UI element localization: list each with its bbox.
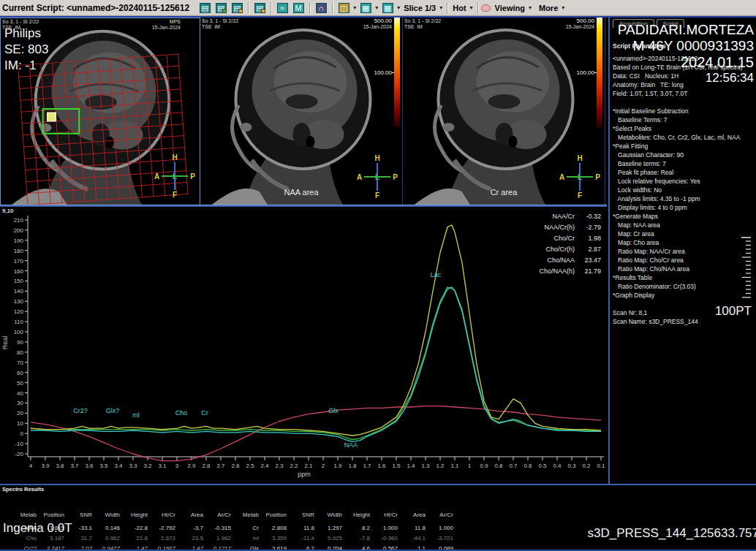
- stack-layout-icon[interactable]: ◫: [336, 1, 351, 15]
- svg-text:190: 190: [14, 238, 24, 244]
- naa-map-panel[interactable]: So 3, 1 - Sl 2/22 TSE iM 500.00 15-Jan-2…: [200, 18, 403, 205]
- more-dropdown-arrow-icon[interactable]: ▾: [562, 4, 564, 11]
- ratio-row: Cho/NAA23.47: [539, 255, 601, 266]
- map-layout-icon[interactable]: ▦: [358, 1, 373, 15]
- scout-image-panel[interactable]: So 3, 1 - Sl 2/22 TSE iM MPS 15-Jan-2024…: [0, 18, 200, 205]
- orientation-a: A: [154, 172, 159, 180]
- svg-text:2.6: 2.6: [231, 463, 240, 469]
- svg-text:2.8: 2.8: [202, 463, 211, 469]
- peak-label-cr: Cr: [201, 409, 208, 417]
- column-header: SNR: [287, 510, 314, 520]
- table-cell: -3.7: [175, 523, 203, 533]
- svg-text:1.8: 1.8: [348, 463, 357, 469]
- script-edit-icon-badge: [238, 9, 243, 13]
- toolbar-separator: [447, 2, 447, 14]
- svg-text:0.2: 0.2: [582, 463, 591, 469]
- svg-text:1.2: 1.2: [436, 463, 445, 469]
- stack-layout-icon-dropdown-arrow[interactable]: ▾: [353, 4, 356, 11]
- param-line: Analysis limits: 4.35 to -1 ppm: [613, 194, 743, 203]
- slice-dropdown-arrow-icon[interactable]: ▾: [439, 4, 442, 11]
- map-m-icon[interactable]: M: [291, 1, 306, 15]
- series-fit: [31, 225, 601, 436]
- svg-text:1: 1: [468, 463, 472, 469]
- more-menu[interactable]: More: [539, 4, 558, 12]
- colorbar-max-label: 500.00: [577, 18, 594, 24]
- scan-date-label: 15-Jan-2024: [152, 25, 181, 30]
- colormap-select[interactable]: Hot: [453, 4, 466, 12]
- colorbar-max-label: 500.00: [374, 18, 392, 24]
- orientation-h: H: [374, 154, 379, 162]
- grid-layout-icon-dropdown-arrow[interactable]: ▾: [397, 4, 400, 11]
- column-header: Width: [92, 510, 120, 520]
- svg-text:30: 30: [17, 400, 23, 406]
- map-layout-icon-dropdown-arrow[interactable]: ▾: [375, 4, 378, 11]
- svg-text:1.7: 1.7: [363, 463, 371, 469]
- ratio-value: 1.98: [575, 233, 601, 244]
- csi-wave-icon: ≈: [277, 3, 288, 13]
- training-cap-icon[interactable]: ∩: [314, 1, 328, 15]
- svg-text:0.9: 0.9: [480, 463, 488, 469]
- svg-text:2.5: 2.5: [246, 463, 254, 469]
- table-cell: -0.960: [370, 533, 398, 544]
- exam-time: 12:56:34: [618, 70, 754, 86]
- csi-wave-icon[interactable]: ≈: [275, 1, 290, 15]
- patient-info-overlay: PADIDARI.MORTEZA M 46Y 0000931393 2024.0…: [618, 22, 754, 86]
- svg-text:210: 210: [14, 217, 24, 224]
- param-line: Gaussian Character: 90: [613, 151, 743, 159]
- y-axis-label: Real: [1, 336, 9, 350]
- voxel-coordinates-label: 9,10: [2, 208, 14, 214]
- column-header: Width: [314, 510, 342, 520]
- svg-text:3.1: 3.1: [158, 463, 167, 469]
- spectrum-plot-panel[interactable]: 9,10 NAA/Cr-0.32NAA/Cr(h)-2.79Cho/Cr1.98…: [0, 205, 607, 482]
- table-cell: 1.000: [370, 523, 398, 533]
- series-info-label: So 3, 1 - Sl 2/22: [404, 18, 441, 24]
- svg-text:80: 80: [17, 349, 23, 356]
- viewing-dropdown-arrow-icon[interactable]: ▾: [529, 4, 532, 11]
- script-edit-icon[interactable]: ▤: [230, 1, 244, 15]
- svg-text:0: 0: [20, 430, 24, 437]
- colorbar-mid-label: 100.00: [577, 69, 594, 76]
- table-cell: 3.619: [259, 544, 287, 551]
- ratio-label: Cho/NAA: [547, 255, 575, 266]
- metabolite-ratio-list: NAA/Cr-0.32NAA/Cr(h)-2.79Cho/Cr1.98Cho/C…: [539, 211, 601, 277]
- table-cell: 1.982: [203, 533, 231, 544]
- column-header: Ar/Cr: [426, 510, 453, 520]
- series-components: [31, 287, 601, 440]
- svg-text:150: 150: [14, 278, 24, 284]
- table-cell: 1.47: [175, 544, 203, 551]
- param-line: Lock widths: No: [613, 186, 743, 194]
- viewing-menu[interactable]: Viewing: [495, 4, 525, 12]
- colormap-dropdown-arrow-icon[interactable]: ▾: [470, 4, 473, 11]
- ratio-row: NAA/Cr(h)-2.79: [539, 222, 601, 233]
- param-line: Ratio Map: Cho/NAA area: [613, 265, 743, 273]
- svg-text:-20: -20: [15, 451, 23, 457]
- param-line: Ratio Denominator: Cr(3.03): [613, 282, 743, 291]
- cr-map-panel[interactable]: So 3, 1 - Sl 2/22 TSE iM 500.00 15-Jan-2…: [403, 18, 605, 205]
- spectrum-chart[interactable]: Real ppm 2102001901801701601501401301201…: [0, 207, 607, 482]
- ratio-value: -2.79: [575, 222, 601, 233]
- toolbar-icon-group: ▤▤▤▤≈M∩◫▾▦▾▦▾: [197, 1, 401, 15]
- param-line: Map: Cr area: [613, 229, 743, 238]
- script-add-icon-badge: [222, 9, 227, 13]
- table-cell: 2.808: [259, 523, 287, 533]
- column-header: Ar/Cr: [203, 510, 231, 520]
- param-line: Baseline terms: 7: [613, 159, 743, 168]
- param-line: Baseline Terms: 7: [613, 115, 743, 124]
- orientation-a: A: [559, 173, 564, 181]
- ratio-row: Cho/Cr(h)2.87: [539, 244, 601, 255]
- table-cell: 1.47: [120, 544, 148, 551]
- svg-text:0.8: 0.8: [494, 463, 503, 469]
- ratio-label: NAA/Cr(h): [544, 222, 575, 233]
- peak-label-ml: ml: [132, 411, 140, 419]
- orientation-l: L: [578, 173, 582, 181]
- script-add-icon[interactable]: ▤: [213, 1, 228, 15]
- slice-selector[interactable]: Slice 1/3: [404, 4, 436, 12]
- script-run-icon[interactable]: ▤: [252, 1, 267, 15]
- svg-text:160: 160: [14, 268, 24, 275]
- peak-label-cr2: Cr2?: [73, 407, 88, 414]
- peak-label-glx: Glx: [328, 407, 339, 414]
- param-line: Metabolites: Cho, Cr, Cr2, Glx, Lac, ml,…: [613, 133, 743, 142]
- param-line: Map: NAA area: [613, 221, 743, 229]
- script-view-icon[interactable]: ▤: [197, 1, 212, 15]
- grid-layout-icon[interactable]: ▦: [380, 1, 395, 15]
